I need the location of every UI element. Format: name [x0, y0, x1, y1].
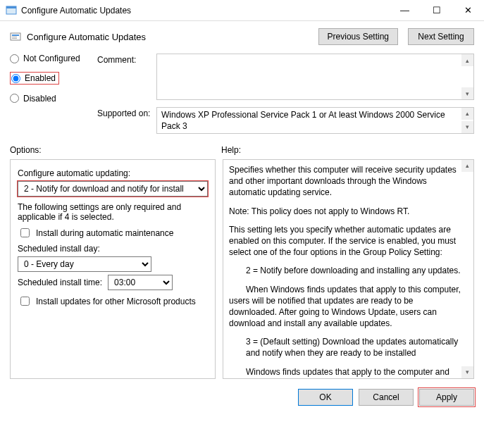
scheduled-time-select[interactable]: 03:00: [108, 275, 173, 290]
close-button[interactable]: ✕: [452, 0, 484, 20]
svg-rect-5: [12, 38, 17, 39]
cancel-button[interactable]: Cancel: [359, 389, 414, 406]
scroll-down-icon[interactable]: ▾: [461, 366, 473, 378]
minimize-button[interactable]: —: [389, 0, 421, 20]
radio-not-configured[interactable]: Not Configured: [10, 54, 94, 63]
previous-setting-button[interactable]: Previous Setting: [318, 28, 398, 45]
other-ms-products-input[interactable]: [20, 297, 30, 306]
scroll-up-icon[interactable]: ▴: [461, 54, 473, 66]
install-maintenance-input[interactable]: [20, 228, 30, 237]
radio-disabled-label: Disabled: [23, 94, 56, 104]
scroll-up-icon[interactable]: ▴: [461, 160, 473, 172]
top-grid: Not Configured Enabled Disabled Comment:…: [0, 54, 484, 141]
radio-disabled-input[interactable]: [10, 94, 19, 103]
dialog-footer: OK Cancel Apply: [0, 382, 484, 413]
radio-enabled-label: Enabled: [25, 73, 56, 83]
ok-button[interactable]: OK: [298, 389, 353, 406]
apply-button[interactable]: Apply: [419, 389, 474, 406]
section-labels: Options: Help:: [0, 141, 484, 158]
supported-text: Windows XP Professional Service Pack 1 o…: [161, 110, 445, 131]
help-text: Windows finds updates that apply to the …: [229, 366, 461, 378]
scroll-down-icon[interactable]: ▾: [461, 87, 473, 99]
header: Configure Automatic Updates Previous Set…: [0, 21, 484, 54]
svg-rect-3: [12, 35, 19, 36]
state-radios: Not Configured Enabled Disabled: [10, 54, 94, 112]
supported-label: Supported on:: [97, 107, 154, 118]
help-text: This setting lets you specify whether au…: [229, 224, 461, 259]
titlebar: Configure Automatic Updates — ☐ ✕: [0, 0, 484, 21]
configure-updating-label: Configure automatic updating:: [18, 168, 208, 178]
other-ms-products-label: Install updates for other Microsoft prod…: [36, 297, 196, 306]
help-text: Note: This policy does not apply to Wind…: [229, 206, 461, 217]
help-panel: Specifies whether this computer will rec…: [223, 159, 474, 379]
comment-textarea[interactable]: ▴ ▾: [156, 54, 474, 100]
radio-enabled[interactable]: Enabled: [11, 73, 56, 83]
install-maintenance-label: Install during automatic maintenance: [36, 228, 173, 238]
header-title: Configure Automatic Updates: [27, 32, 309, 42]
next-setting-button[interactable]: Next Setting: [408, 28, 474, 45]
scheduled-day-select[interactable]: 0 - Every day: [18, 256, 151, 272]
scheduled-day-label: Scheduled install day:: [18, 244, 208, 254]
radio-enabled-input[interactable]: [11, 74, 20, 83]
svg-rect-1: [6, 6, 16, 8]
radio-disabled[interactable]: Disabled: [10, 94, 94, 104]
install-maintenance-checkbox[interactable]: Install during automatic maintenance: [18, 226, 208, 239]
help-text: Specifies whether this computer will rec…: [229, 164, 461, 199]
policy-icon: [10, 31, 21, 42]
options-note: The following settings are only required…: [18, 202, 208, 222]
svg-rect-4: [12, 37, 17, 37]
options-panel: Configure automatic updating: 2 - Notify…: [10, 159, 216, 379]
help-text: 3 = (Default setting) Download the updat…: [229, 336, 461, 359]
scheduled-time-label: Scheduled install time:: [18, 278, 102, 287]
supported-box: Windows XP Professional Service Pack 1 o…: [156, 107, 474, 134]
comment-label: Comment:: [97, 54, 154, 65]
help-text: When Windows finds updates that apply to…: [229, 284, 461, 330]
options-heading: Options:: [10, 145, 221, 155]
radio-not-configured-input[interactable]: [10, 54, 19, 63]
app-icon: [6, 5, 17, 16]
panels: Configure automatic updating: 2 - Notify…: [0, 158, 484, 382]
maximize-button[interactable]: ☐: [421, 0, 452, 20]
help-heading: Help:: [221, 145, 241, 155]
configure-updating-select[interactable]: 2 - Notify for download and notify for i…: [18, 181, 208, 197]
window-controls: — ☐ ✕: [389, 0, 484, 20]
scroll-up-icon[interactable]: ▴: [461, 108, 473, 120]
help-text: 2 = Notify before downloading and instal…: [229, 265, 461, 276]
radio-not-configured-label: Not Configured: [23, 54, 80, 63]
other-ms-products-checkbox[interactable]: Install updates for other Microsoft prod…: [18, 294, 208, 308]
window-title: Configure Automatic Updates: [21, 6, 389, 15]
scroll-down-icon[interactable]: ▾: [461, 121, 473, 133]
